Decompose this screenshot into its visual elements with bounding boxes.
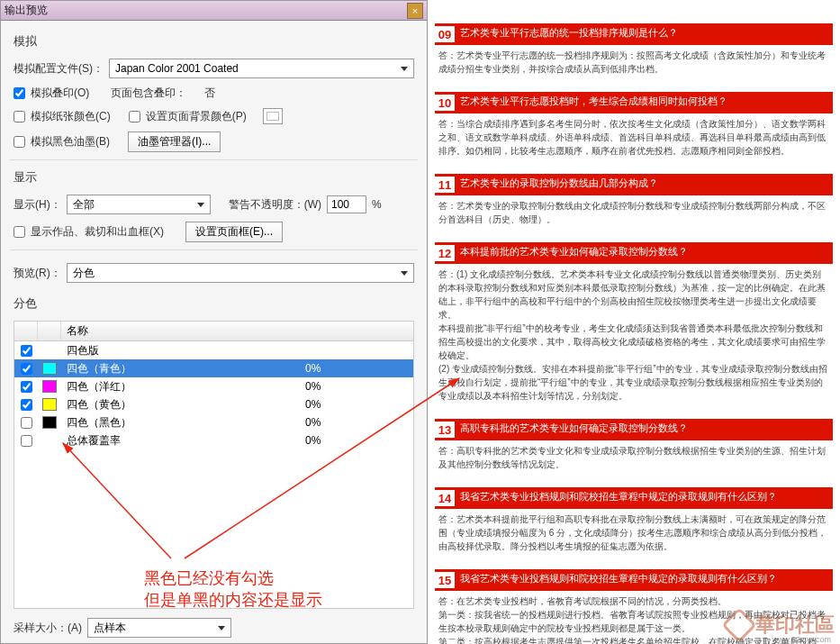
overprint-row: 模拟叠印(O) 页面包含叠印： 否 [1, 82, 427, 104]
show-boxes-label: 显示作品、裁切和出血框(X) [31, 224, 164, 240]
separation-row[interactable]: 四色（黄色）0% [14, 395, 413, 413]
color-swatch-icon [42, 398, 57, 411]
section-simulate-label: 模拟 [1, 21, 427, 55]
show-dropdown[interactable]: 全部 [67, 195, 211, 214]
simulation-profile-row: 模拟配置文件(S)： Japan Color 2001 Coated [1, 55, 427, 82]
simulate-black-label: 模拟黑色油墨(B) [31, 134, 110, 150]
separations-header-name: 名称 [61, 322, 413, 340]
set-page-boxes-button[interactable]: 设置页面框(E)... [185, 222, 283, 242]
preview-value: 分色 [73, 266, 95, 281]
separation-percent: 0% [305, 362, 413, 375]
simulate-black-checkbox[interactable] [14, 136, 25, 148]
question-bar: 11艺术类专业的录取控制分数线由几部分构成？ [435, 174, 833, 195]
warn-opacity-label: 警告不透明度：(W) [229, 197, 321, 213]
question-number: 15 [435, 572, 455, 588]
separation-percent: 0% [305, 434, 413, 447]
preview-label: 预览(R)： [14, 266, 61, 281]
separation-name: 四色（黑色） [61, 415, 305, 431]
sample-size-label: 采样大小：(A) [14, 621, 82, 636]
sim-profile-value: Japan Color 2001 Coated [115, 62, 239, 75]
separation-row[interactable]: 四色（黑色）0% [14, 413, 413, 431]
question-number: 10 [435, 95, 455, 111]
section-separations-label: 分色 [1, 286, 427, 317]
question-text: 本科提前批的艺术类专业如何确定录取控制分数线？ [460, 245, 688, 259]
bg-color-swatch[interactable] [263, 108, 283, 124]
window-title: 输出预览 [5, 3, 48, 18]
chevron-down-icon [197, 203, 204, 207]
show-label: 显示(H)： [14, 197, 61, 213]
simulate-paper-checkbox[interactable] [14, 111, 25, 122]
simulate-overprint-checkbox[interactable] [14, 87, 25, 99]
qa-item: 14我省艺术类专业投档规则和院校招生章程中规定的录取规则有什么区别？答：艺术类本… [435, 487, 833, 553]
separation-name: 四色（洋红） [61, 379, 305, 395]
sample-size-dropdown[interactable]: 点样本 [87, 618, 231, 638]
question-number: 11 [435, 177, 455, 193]
separation-row[interactable]: 四色（洋红）0% [14, 377, 413, 395]
page-overprint-value: 否 [204, 86, 215, 101]
watermark-sub: www.52cnp.com [772, 635, 831, 644]
chevron-down-icon [401, 67, 408, 71]
set-bg-label: 设置页面背景颜色(P) [146, 109, 247, 124]
separation-name: 四色（黄色） [61, 397, 305, 413]
output-preview-panel: 输出预览 × 模拟 模拟配置文件(S)： Japan Color 2001 Co… [0, 0, 428, 644]
annotation-text: 黑色已经没有勾选 但是单黑的内容还是显示 [144, 567, 322, 611]
warn-opacity-input[interactable] [327, 195, 366, 213]
preview-dropdown[interactable]: 分色 [67, 263, 414, 283]
annotation-line2: 但是单黑的内容还是显示 [144, 589, 322, 611]
chevron-down-icon [218, 626, 225, 630]
close-icon[interactable]: × [407, 3, 423, 19]
answer-text: 答：艺术类本科提前批平行组和高职专科批在录取控制分数线上未满额时，可在政策规定的… [435, 509, 833, 553]
show-row: 显示(H)： 全部 警告不透明度：(W) % [1, 191, 427, 218]
separation-checkbox[interactable] [21, 399, 32, 411]
separations-table: 名称 四色版四色（青色）0%四色（洋红）0%四色（黄色）0%四色（黑色）0%总体… [14, 321, 414, 609]
answer-text: 答：高职专科批的艺术类专业文化和专业成绩录取控制分数线根据招生专业类别的生源、招… [435, 440, 833, 471]
preview-row: 预览(R)： 分色 [1, 254, 427, 286]
watermark-icon [721, 607, 757, 643]
separation-checkbox[interactable] [21, 435, 32, 447]
separation-percent: 0% [305, 380, 413, 393]
annotation-line1: 黑色已经没有勾选 [144, 567, 322, 589]
answer-text: 答：当综合成绩排序遇到多名考生同分时，依次按考生文化成绩（含政策性加分）、语文数… [435, 113, 833, 158]
separation-checkbox[interactable] [21, 381, 32, 393]
separation-checkbox[interactable] [21, 345, 32, 357]
separations-header: 名称 [14, 322, 413, 341]
separation-checkbox[interactable] [21, 417, 32, 429]
question-bar: 13高职专科批的艺术类专业如何确定录取控制分数线？ [435, 419, 833, 440]
qa-item: 12本科提前批的艺术类专业如何确定录取控制分数线？答：(1) 文化成绩控制分数线… [435, 242, 833, 403]
show-boxes-row: 显示作品、裁切和出血框(X) 设置页面框(E)... [1, 218, 427, 246]
separation-percent: 0% [305, 416, 413, 429]
document-preview: 09艺术类专业平行志愿的统一投档排序规则是什么？答：艺术类专业平行志愿的统一投档… [428, 0, 840, 644]
sim-profile-label: 模拟配置文件(S)： [14, 61, 104, 77]
separation-row[interactable]: 四色（青色）0% [14, 359, 413, 377]
question-bar: 09艺术类专业平行志愿的统一投档排序规则是什么？ [435, 23, 833, 45]
separation-checkbox[interactable] [21, 363, 32, 375]
question-number: 14 [435, 490, 455, 506]
answer-text: 答：艺术类专业平行志愿的统一投档排序规则为：按照高考文化成绩（含政策性加分）和专… [435, 45, 833, 76]
show-boxes-checkbox[interactable] [14, 226, 25, 238]
page-overprint-label: 页面包含叠印： [111, 86, 186, 101]
show-value: 全部 [73, 197, 95, 213]
black-ink-row: 模拟黑色油墨(B) 油墨管理器(I)... [1, 128, 427, 156]
separation-row[interactable]: 总体覆盖率0% [14, 431, 413, 449]
paper-color-row: 模拟纸张颜色(C) 设置页面背景颜色(P) [1, 104, 427, 128]
question-text: 艺术类专业平行志愿的统一投档排序规则是什么？ [460, 26, 678, 40]
answer-text: 答：(1) 文化成绩控制分数线。艺术类本科专业文化成绩控制分数线以普通类物理类别… [435, 264, 833, 403]
set-bg-checkbox[interactable] [129, 111, 140, 122]
titlebar: 输出预览 × [1, 1, 427, 21]
question-bar: 12本科提前批的艺术类专业如何确定录取控制分数线？ [435, 242, 833, 264]
question-text: 艺术类专业平行志愿投档时，考生综合成绩相同时如何投档？ [460, 95, 727, 108]
question-text: 艺术类专业的录取控制分数线由几部分构成？ [460, 177, 658, 190]
separation-row[interactable]: 四色版 [14, 341, 413, 359]
question-bar: 14我省艺术类专业投档规则和院校招生章程中规定的录取规则有什么区别？ [435, 487, 833, 509]
separation-name: 总体覆盖率 [61, 433, 305, 449]
question-number: 09 [435, 26, 455, 42]
simulate-paper-label: 模拟纸张颜色(C) [31, 109, 111, 124]
ink-manager-button[interactable]: 油墨管理器(I)... [128, 132, 221, 152]
sim-profile-dropdown[interactable]: Japan Color 2001 Coated [109, 59, 414, 78]
warn-pct-label: % [372, 198, 382, 211]
qa-item: 11艺术类专业的录取控制分数线由几部分构成？答：艺术类专业的录取控制分数线由文化… [435, 174, 833, 226]
separation-name: 四色（青色） [61, 361, 305, 376]
separation-percent: 0% [305, 398, 413, 411]
chevron-down-icon [401, 271, 408, 276]
divider [10, 249, 418, 250]
